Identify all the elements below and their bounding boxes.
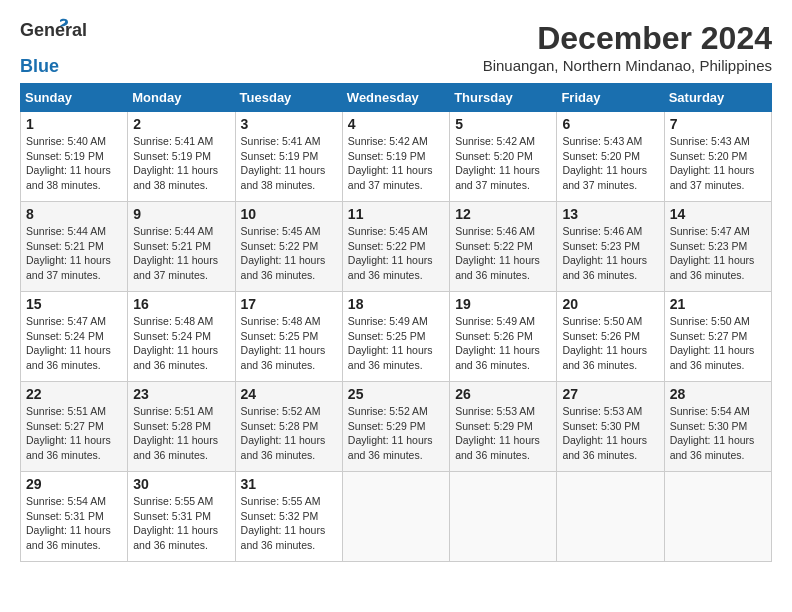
month-title: December 2024 bbox=[483, 20, 772, 57]
calendar-week-row: 8Sunrise: 5:44 AMSunset: 5:21 PMDaylight… bbox=[21, 202, 772, 292]
calendar-cell: 21Sunrise: 5:50 AMSunset: 5:27 PMDayligh… bbox=[664, 292, 771, 382]
calendar-cell: 5Sunrise: 5:42 AMSunset: 5:20 PMDaylight… bbox=[450, 112, 557, 202]
day-number: 21 bbox=[670, 296, 766, 312]
header-thursday: Thursday bbox=[450, 84, 557, 112]
day-info: Sunrise: 5:54 AMSunset: 5:31 PMDaylight:… bbox=[26, 494, 122, 553]
day-number: 22 bbox=[26, 386, 122, 402]
calendar-cell: 10Sunrise: 5:45 AMSunset: 5:22 PMDayligh… bbox=[235, 202, 342, 292]
day-info: Sunrise: 5:49 AMSunset: 5:26 PMDaylight:… bbox=[455, 314, 551, 373]
header-tuesday: Tuesday bbox=[235, 84, 342, 112]
day-info: Sunrise: 5:48 AMSunset: 5:24 PMDaylight:… bbox=[133, 314, 229, 373]
calendar-cell: 16Sunrise: 5:48 AMSunset: 5:24 PMDayligh… bbox=[128, 292, 235, 382]
day-number: 20 bbox=[562, 296, 658, 312]
calendar-cell: 11Sunrise: 5:45 AMSunset: 5:22 PMDayligh… bbox=[342, 202, 449, 292]
day-number: 12 bbox=[455, 206, 551, 222]
day-info: Sunrise: 5:45 AMSunset: 5:22 PMDaylight:… bbox=[241, 224, 337, 283]
header-friday: Friday bbox=[557, 84, 664, 112]
day-number: 18 bbox=[348, 296, 444, 312]
day-info: Sunrise: 5:44 AMSunset: 5:21 PMDaylight:… bbox=[26, 224, 122, 283]
header-sunday: Sunday bbox=[21, 84, 128, 112]
day-number: 2 bbox=[133, 116, 229, 132]
calendar-week-row: 1Sunrise: 5:40 AMSunset: 5:19 PMDaylight… bbox=[21, 112, 772, 202]
calendar-cell: 24Sunrise: 5:52 AMSunset: 5:28 PMDayligh… bbox=[235, 382, 342, 472]
calendar-cell: 13Sunrise: 5:46 AMSunset: 5:23 PMDayligh… bbox=[557, 202, 664, 292]
calendar-cell: 19Sunrise: 5:49 AMSunset: 5:26 PMDayligh… bbox=[450, 292, 557, 382]
calendar-cell bbox=[664, 472, 771, 562]
day-number: 6 bbox=[562, 116, 658, 132]
calendar-cell: 18Sunrise: 5:49 AMSunset: 5:25 PMDayligh… bbox=[342, 292, 449, 382]
calendar-cell: 20Sunrise: 5:50 AMSunset: 5:26 PMDayligh… bbox=[557, 292, 664, 382]
calendar-cell: 27Sunrise: 5:53 AMSunset: 5:30 PMDayligh… bbox=[557, 382, 664, 472]
calendar-cell: 3Sunrise: 5:41 AMSunset: 5:19 PMDaylight… bbox=[235, 112, 342, 202]
page-header: General Blue December 2024 Binuangan, No… bbox=[20, 20, 772, 77]
day-info: Sunrise: 5:55 AMSunset: 5:32 PMDaylight:… bbox=[241, 494, 337, 553]
day-number: 27 bbox=[562, 386, 658, 402]
day-info: Sunrise: 5:55 AMSunset: 5:31 PMDaylight:… bbox=[133, 494, 229, 553]
day-number: 8 bbox=[26, 206, 122, 222]
day-info: Sunrise: 5:43 AMSunset: 5:20 PMDaylight:… bbox=[670, 134, 766, 193]
day-number: 11 bbox=[348, 206, 444, 222]
calendar-cell: 26Sunrise: 5:53 AMSunset: 5:29 PMDayligh… bbox=[450, 382, 557, 472]
day-number: 14 bbox=[670, 206, 766, 222]
day-number: 19 bbox=[455, 296, 551, 312]
calendar-cell: 1Sunrise: 5:40 AMSunset: 5:19 PMDaylight… bbox=[21, 112, 128, 202]
calendar-cell: 28Sunrise: 5:54 AMSunset: 5:30 PMDayligh… bbox=[664, 382, 771, 472]
logo: General Blue bbox=[20, 20, 68, 77]
day-info: Sunrise: 5:46 AMSunset: 5:22 PMDaylight:… bbox=[455, 224, 551, 283]
calendar-cell bbox=[342, 472, 449, 562]
day-number: 4 bbox=[348, 116, 444, 132]
day-number: 3 bbox=[241, 116, 337, 132]
header-monday: Monday bbox=[128, 84, 235, 112]
calendar-table: SundayMondayTuesdayWednesdayThursdayFrid… bbox=[20, 83, 772, 562]
day-info: Sunrise: 5:52 AMSunset: 5:28 PMDaylight:… bbox=[241, 404, 337, 463]
day-info: Sunrise: 5:40 AMSunset: 5:19 PMDaylight:… bbox=[26, 134, 122, 193]
day-info: Sunrise: 5:52 AMSunset: 5:29 PMDaylight:… bbox=[348, 404, 444, 463]
day-info: Sunrise: 5:42 AMSunset: 5:19 PMDaylight:… bbox=[348, 134, 444, 193]
day-number: 5 bbox=[455, 116, 551, 132]
day-info: Sunrise: 5:47 AMSunset: 5:24 PMDaylight:… bbox=[26, 314, 122, 373]
day-info: Sunrise: 5:50 AMSunset: 5:26 PMDaylight:… bbox=[562, 314, 658, 373]
calendar-cell: 14Sunrise: 5:47 AMSunset: 5:23 PMDayligh… bbox=[664, 202, 771, 292]
day-info: Sunrise: 5:54 AMSunset: 5:30 PMDaylight:… bbox=[670, 404, 766, 463]
day-info: Sunrise: 5:43 AMSunset: 5:20 PMDaylight:… bbox=[562, 134, 658, 193]
day-info: Sunrise: 5:47 AMSunset: 5:23 PMDaylight:… bbox=[670, 224, 766, 283]
calendar-cell: 31Sunrise: 5:55 AMSunset: 5:32 PMDayligh… bbox=[235, 472, 342, 562]
day-number: 26 bbox=[455, 386, 551, 402]
day-number: 31 bbox=[241, 476, 337, 492]
calendar-cell bbox=[557, 472, 664, 562]
calendar-cell: 25Sunrise: 5:52 AMSunset: 5:29 PMDayligh… bbox=[342, 382, 449, 472]
logo-bird-icon bbox=[52, 16, 70, 34]
day-info: Sunrise: 5:49 AMSunset: 5:25 PMDaylight:… bbox=[348, 314, 444, 373]
day-number: 23 bbox=[133, 386, 229, 402]
day-info: Sunrise: 5:51 AMSunset: 5:28 PMDaylight:… bbox=[133, 404, 229, 463]
day-info: Sunrise: 5:42 AMSunset: 5:20 PMDaylight:… bbox=[455, 134, 551, 193]
day-info: Sunrise: 5:46 AMSunset: 5:23 PMDaylight:… bbox=[562, 224, 658, 283]
day-number: 7 bbox=[670, 116, 766, 132]
day-number: 17 bbox=[241, 296, 337, 312]
location-subtitle: Binuangan, Northern Mindanao, Philippine… bbox=[483, 57, 772, 74]
header-saturday: Saturday bbox=[664, 84, 771, 112]
day-info: Sunrise: 5:41 AMSunset: 5:19 PMDaylight:… bbox=[241, 134, 337, 193]
day-number: 13 bbox=[562, 206, 658, 222]
calendar-cell: 7Sunrise: 5:43 AMSunset: 5:20 PMDaylight… bbox=[664, 112, 771, 202]
calendar-cell: 15Sunrise: 5:47 AMSunset: 5:24 PMDayligh… bbox=[21, 292, 128, 382]
calendar-cell bbox=[450, 472, 557, 562]
header-wednesday: Wednesday bbox=[342, 84, 449, 112]
day-info: Sunrise: 5:48 AMSunset: 5:25 PMDaylight:… bbox=[241, 314, 337, 373]
day-number: 15 bbox=[26, 296, 122, 312]
day-number: 16 bbox=[133, 296, 229, 312]
calendar-cell: 12Sunrise: 5:46 AMSunset: 5:22 PMDayligh… bbox=[450, 202, 557, 292]
calendar-cell: 29Sunrise: 5:54 AMSunset: 5:31 PMDayligh… bbox=[21, 472, 128, 562]
calendar-cell: 6Sunrise: 5:43 AMSunset: 5:20 PMDaylight… bbox=[557, 112, 664, 202]
day-number: 28 bbox=[670, 386, 766, 402]
day-info: Sunrise: 5:51 AMSunset: 5:27 PMDaylight:… bbox=[26, 404, 122, 463]
day-info: Sunrise: 5:41 AMSunset: 5:19 PMDaylight:… bbox=[133, 134, 229, 193]
calendar-cell: 4Sunrise: 5:42 AMSunset: 5:19 PMDaylight… bbox=[342, 112, 449, 202]
day-number: 10 bbox=[241, 206, 337, 222]
day-number: 30 bbox=[133, 476, 229, 492]
calendar-cell: 22Sunrise: 5:51 AMSunset: 5:27 PMDayligh… bbox=[21, 382, 128, 472]
title-area: December 2024 Binuangan, Northern Mindan… bbox=[483, 20, 772, 74]
calendar-header-row: SundayMondayTuesdayWednesdayThursdayFrid… bbox=[21, 84, 772, 112]
calendar-cell: 2Sunrise: 5:41 AMSunset: 5:19 PMDaylight… bbox=[128, 112, 235, 202]
calendar-cell: 8Sunrise: 5:44 AMSunset: 5:21 PMDaylight… bbox=[21, 202, 128, 292]
